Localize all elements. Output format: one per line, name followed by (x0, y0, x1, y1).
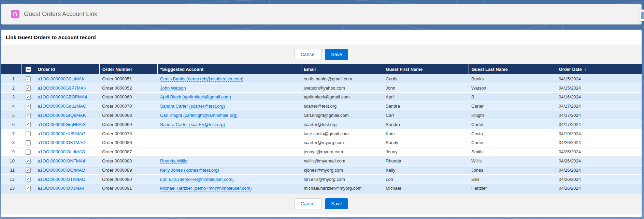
order-id-link[interactable]: a1OOt000000IONFMA4 (38, 158, 85, 163)
row-checkbox-cell (22, 101, 35, 111)
order-id-cell: a1OOt000000GrQ9MAK (35, 111, 99, 120)
order-id-cell: a1OOt000000Gqu1MAC (35, 101, 99, 111)
suggested-account-link[interactable]: Lori Ellis (demo+le@nimbleuser.com) (160, 177, 234, 182)
row-checkbox-cell (22, 129, 35, 138)
headset-icon (11, 10, 19, 18)
order-id-link[interactable]: a1OOt000000GrQ9MAK (38, 113, 86, 118)
row-checkbox[interactable] (26, 85, 31, 91)
order-id-link[interactable]: a1OOt000000IOLdMAO (38, 149, 85, 154)
row-checkbox[interactable] (26, 131, 31, 136)
email-cell: jennys@myorg.com (301, 147, 383, 156)
order-id-cell: a1OOt000000HU9lMAG (35, 129, 99, 138)
order-number-cell: Order 0000051 (99, 74, 157, 83)
order-id-link[interactable]: a1OOt000000IOVJMA4 (38, 186, 84, 191)
table-row: 10 a1OOt000000IONFMA4 Order 0000088 Rhon… (1, 156, 642, 166)
row-checkbox-cell (22, 120, 35, 129)
order-id-cell: a1OOt000000IOLdMAO (35, 147, 99, 156)
first-name-cell: Jenny (383, 147, 469, 156)
suggested-account-link[interactable]: Michael Hartzler (demo+mh@nimbleuser.com… (160, 186, 252, 191)
suggested-account-link[interactable]: Kelly Jones (kjones@test.org) (160, 168, 219, 173)
order-id-link[interactable]: a1OOt000000GZOPMA4 (38, 94, 87, 99)
suggested-account-link[interactable]: Sandra Carter (scarter@test.org) (160, 104, 225, 109)
column-header-order-number[interactable]: Order Number (99, 64, 157, 74)
row-number: 2 (1, 83, 22, 93)
cancel-button[interactable]: Cancel (295, 49, 322, 60)
row-checkbox-cell (22, 156, 35, 166)
save-button[interactable]: Save (325, 198, 348, 209)
column-header-order-date[interactable]: Order Date↑ (556, 64, 642, 74)
order-number-cell: Order 0000069 (99, 120, 157, 129)
row-checkbox[interactable] (26, 177, 31, 182)
suggested-account-link[interactable]: John Watson (160, 85, 186, 91)
column-header-guest-first-name[interactable]: Guest First Name (383, 64, 469, 74)
order-id-link[interactable]: a1OOt000000IOOrMAO (38, 168, 85, 173)
order-date-cell: 04/26/2024 (556, 166, 642, 175)
first-name-cell: Kelly (383, 166, 469, 175)
suggested-account-link[interactable]: April Black (aprilnblack@gmail.com) (160, 94, 231, 99)
row-checkbox[interactable] (26, 104, 31, 109)
row-number-header (1, 64, 22, 74)
order-id-link[interactable]: a1OOt000000HU9lMAG (38, 131, 85, 136)
row-checkbox[interactable] (26, 159, 31, 164)
order-id-link[interactable]: a1OOt000000G9P7MAK (38, 85, 86, 91)
suggested-account-cell (157, 147, 301, 156)
row-checkbox[interactable] (26, 76, 31, 81)
table-row: 4 a1OOt000000Gqu1MAC Order 0000070 Sandr… (1, 101, 642, 111)
suggested-account-link[interactable]: Carl Knight (carlknight@iamnimble.org) (160, 113, 238, 118)
column-header-guest-last-name[interactable]: Guest Last Name (469, 64, 556, 74)
column-header-email[interactable]: Email (301, 64, 383, 74)
row-number: 11 (1, 166, 22, 175)
order-id-link[interactable]: a1OOt000000IOK1MAO (38, 140, 86, 145)
order-id-link[interactable]: a1OOt000000G9LtMAK (38, 76, 85, 81)
suggested-account-link[interactable]: Sandra Carter (scarter@test.org) (160, 122, 225, 127)
row-checkbox-cell (22, 184, 35, 193)
order-id-link[interactable]: a1OOt000000GrgHMAS (38, 122, 86, 127)
order-number-cell: Order 0000086 (99, 138, 157, 147)
row-checkbox[interactable] (26, 140, 31, 145)
save-button[interactable]: Save (325, 49, 348, 60)
suggested-account-link[interactable]: Curtis Banks (demo+cb@nimbleuser.com) (160, 76, 243, 81)
column-header-order-id[interactable]: Order Id (35, 64, 99, 74)
row-checkbox-cell (22, 138, 35, 147)
row-checkbox-cell (22, 111, 35, 120)
table-row: 2 a1OOt000000G9P7MAK Order 0000052 John … (1, 83, 642, 93)
table-row: 9 a1OOt000000IOLdMAO Order 0000087 jenny… (1, 147, 642, 156)
row-checkbox-cell (22, 147, 35, 156)
last-name-cell: Hartzler (469, 184, 556, 193)
table-row: 1 a1OOt000000G9LtMAK Order 0000051 Curti… (1, 74, 642, 83)
order-id-link[interactable]: a1OOt000000Gqu1MAC (38, 104, 86, 109)
order-date-cell: 04/15/2024 (556, 74, 642, 83)
suggested-account-link[interactable]: Rhonda Willis (160, 158, 187, 163)
last-name-cell: Willis (469, 156, 556, 166)
last-name-cell: Carter (469, 138, 556, 147)
row-checkbox[interactable] (26, 150, 31, 155)
suggested-account-cell (157, 138, 301, 147)
order-id-link[interactable]: a1OOt000000IOThMAO (38, 177, 85, 182)
last-name-cell: Jones (469, 166, 556, 175)
partial-floating-button[interactable] (639, 10, 644, 21)
row-checkbox[interactable] (26, 186, 31, 191)
row-checkbox[interactable] (26, 122, 31, 127)
cancel-button[interactable]: Cancel (295, 198, 322, 209)
select-all-checkbox[interactable] (26, 67, 31, 72)
row-checkbox[interactable] (26, 168, 31, 173)
email-cell: scarter@myorg.com (301, 138, 383, 147)
app-header: Guest Orders Account Link (1, 4, 642, 25)
order-id-cell: a1OOt000000IOK1MAO (35, 138, 99, 147)
row-checkbox[interactable] (26, 113, 31, 118)
order-number-cell: Order 0000089 (99, 166, 157, 175)
order-date-cell: 04/17/2024 (556, 101, 642, 111)
suggested-account-cell (157, 129, 301, 138)
suggested-account-cell: John Watson (157, 83, 301, 93)
row-checkbox-cell (22, 74, 35, 83)
row-number: 13 (1, 184, 22, 193)
suggested-account-cell: Sandra Carter (scarter@test.org) (157, 120, 301, 129)
suggested-account-cell: Carl Knight (carlknight@iamnimble.org) (157, 111, 301, 120)
row-checkbox[interactable] (26, 95, 31, 100)
row-checkbox-cell (22, 175, 35, 184)
suggested-account-cell: Rhonda Willis (157, 156, 301, 166)
last-name-cell: Watson (469, 83, 556, 93)
last-name-cell: Carter (469, 101, 556, 111)
column-header-suggested-account[interactable]: *Suggested Account (157, 64, 301, 74)
row-number: 3 (1, 93, 22, 102)
